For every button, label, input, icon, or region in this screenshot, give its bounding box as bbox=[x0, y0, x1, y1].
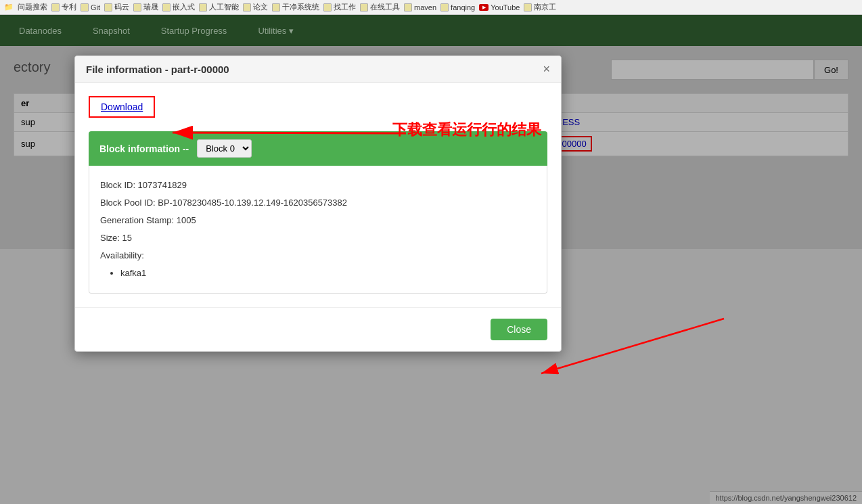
app-background: Datanodes Snapshot Startup Progress Util… bbox=[0, 15, 862, 504]
modal-header: File information - part-r-00000 × bbox=[75, 56, 561, 83]
folder-icon bbox=[404, 3, 412, 12]
bookmark-wentisousuo[interactable]: 问题搜索 bbox=[18, 2, 47, 12]
bookmark-maven[interactable]: maven bbox=[404, 3, 436, 12]
modal-title: File information - part-r-00000 bbox=[86, 64, 229, 75]
block-details: Block ID: 1073741829 Block Pool ID: BP-1… bbox=[89, 166, 547, 294]
folder-icon bbox=[104, 3, 112, 12]
bookmark-nanjing[interactable]: 南京工 bbox=[524, 2, 556, 12]
download-wrapper: Download bbox=[89, 96, 155, 118]
folder-icon bbox=[272, 3, 280, 12]
bookmark-fanqing[interactable]: fanqing bbox=[440, 3, 475, 12]
bookmark-folder-icon: 📁 bbox=[4, 3, 14, 12]
bookmark-rengong[interactable]: 人工智能 bbox=[199, 2, 239, 12]
folder-icon bbox=[162, 3, 171, 12]
size: Size: 15 bbox=[100, 229, 536, 247]
block-info-section: Block information -- Block 0 Block ID: 1… bbox=[89, 131, 547, 294]
bookmark-zhaowork[interactable]: 找工作 bbox=[323, 2, 356, 12]
bookmark-bar: 📁 问题搜索 专利 Git 码云 瑞晟 嵌入式 人工智能 论文 干净系统统 找工… bbox=[0, 0, 862, 15]
bookmark-youtube[interactable]: YouTube bbox=[479, 3, 520, 12]
availability-list: kafka1 bbox=[120, 265, 536, 282]
folder-icon bbox=[440, 3, 449, 12]
availability-label: Availability: bbox=[100, 247, 536, 265]
bookmark-zhuanli[interactable]: 专利 bbox=[51, 2, 76, 12]
download-link[interactable]: Download bbox=[101, 101, 143, 112]
folder-icon bbox=[243, 3, 251, 12]
folder-icon bbox=[81, 3, 89, 12]
bookmark-git[interactable]: Git bbox=[81, 3, 100, 12]
folder-icon bbox=[51, 3, 60, 12]
bookmark-ganjing[interactable]: 干净系统统 bbox=[272, 2, 319, 12]
file-info-modal: File information - part-r-00000 × Downlo… bbox=[74, 55, 562, 352]
generation-stamp: Generation Stamp: 1005 bbox=[100, 212, 536, 229]
modal-close-button[interactable]: × bbox=[543, 63, 550, 75]
bookmark-lunwen[interactable]: 论文 bbox=[243, 2, 268, 12]
bookmark-qianrushi[interactable]: 嵌入式 bbox=[162, 2, 195, 12]
modal-body: Download Block information -- Block 0 Bl… bbox=[75, 83, 561, 307]
bookmark-ruisheng[interactable]: 瑞晟 bbox=[133, 2, 158, 12]
folder-icon bbox=[323, 3, 332, 12]
folder-icon bbox=[199, 3, 207, 12]
block-pool-id: Block Pool ID: BP-1078230485-10.139.12.1… bbox=[100, 194, 536, 212]
bookmark-mayun[interactable]: 码云 bbox=[104, 2, 129, 12]
block-id: Block ID: 1073741829 bbox=[100, 177, 536, 194]
youtube-icon bbox=[479, 4, 489, 11]
folder-icon bbox=[524, 3, 532, 12]
folder-icon bbox=[360, 3, 368, 12]
bookmark-zaixian[interactable]: 在线工具 bbox=[360, 2, 400, 12]
folder-icon bbox=[133, 3, 141, 12]
block-info-header: Block information -- Block 0 bbox=[89, 131, 547, 166]
modal-footer: Close bbox=[75, 307, 561, 351]
block-info-label: Block information -- bbox=[99, 143, 189, 154]
modal-close-btn[interactable]: Close bbox=[491, 319, 547, 340]
block-select[interactable]: Block 0 bbox=[197, 139, 252, 158]
availability-item: kafka1 bbox=[120, 265, 536, 282]
